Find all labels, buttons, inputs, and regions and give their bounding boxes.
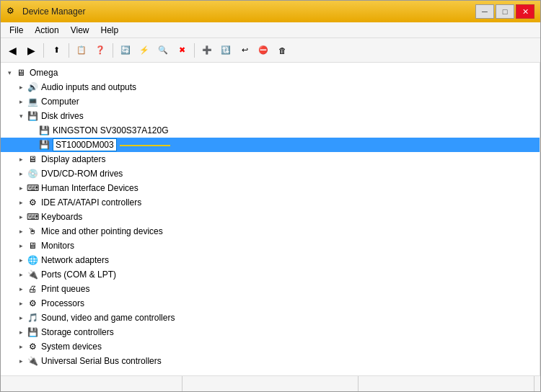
action-button[interactable]: ⚡	[136, 42, 153, 59]
device-label-dvd: DVD/CD-ROM drives	[41, 169, 123, 179]
tree-item-network[interactable]: ▸🌐Network adapters	[1, 253, 540, 267]
expand-icon-system[interactable]: ▸	[15, 341, 27, 352]
menu-action[interactable]: Action	[29, 24, 64, 37]
minimize-button[interactable]: ─	[475, 4, 494, 19]
tree-item-ide[interactable]: ▸⚙IDE ATA/ATAPI controllers	[1, 195, 540, 210]
tree-item-keyboards[interactable]: ▸⌨Keyboards	[1, 210, 540, 224]
menu-file[interactable]: File	[4, 24, 29, 37]
expand-icon-processors[interactable]: ▸	[15, 298, 27, 309]
expand-icon-kingston	[27, 125, 38, 136]
device-icon-computer: 💻	[27, 96, 38, 107]
tree-item-printqueues[interactable]: ▸🖨Print queues	[1, 282, 540, 296]
uninstall-button[interactable]: 🗑	[273, 42, 291, 59]
tree-item-usb[interactable]: ▸🔌Universal Serial Bus controllers	[1, 354, 540, 368]
device-label-network: Network adapters	[41, 255, 109, 265]
close-button[interactable]: ✕	[516, 4, 535, 19]
tree-item-omega[interactable]: ▾🖥Omega	[1, 66, 540, 80]
device-label-sound: Sound, video and game controllers	[41, 313, 175, 323]
rollback-button[interactable]: ↩	[236, 42, 253, 59]
device-label-system: System devices	[41, 342, 102, 352]
expand-icon-dvd[interactable]: ▸	[15, 168, 27, 179]
device-icon-ide: ⚙	[27, 197, 38, 208]
tree-item-system[interactable]: ▸⚙System devices	[1, 339, 540, 354]
device-manager-window: ⚙ Device Manager ─ □ ✕ File Action View …	[0, 0, 541, 392]
selected-item-box: ST1000DM003	[53, 138, 117, 151]
tree-item-monitors[interactable]: ▸🖥Monitors	[1, 239, 540, 253]
expand-icon-computer[interactable]: ▸	[15, 96, 27, 107]
status-segment-2	[182, 376, 359, 391]
menu-help[interactable]: Help	[95, 24, 125, 37]
update-button[interactable]: 🔃	[217, 42, 234, 59]
device-label-processors: Processors	[41, 298, 84, 308]
title-bar-buttons: ─ □ ✕	[475, 4, 535, 19]
status-segment-3	[359, 376, 535, 391]
expand-icon-ide[interactable]: ▸	[15, 197, 27, 208]
device-icon-display: 🖥	[27, 153, 38, 165]
device-label-printqueues: Print queues	[41, 284, 89, 294]
device-label-ide: IDE ATA/ATAPI controllers	[41, 197, 141, 208]
device-label-hid: Human Interface Devices	[41, 183, 138, 193]
expand-icon-network[interactable]: ▸	[15, 254, 27, 266]
expand-icon-mice[interactable]: ▸	[15, 226, 27, 237]
expand-icon-audio[interactable]: ▸	[15, 81, 27, 93]
device-icon-printqueues: 🖨	[27, 283, 38, 295]
device-label-keyboards: Keyboards	[41, 212, 82, 222]
device-icon-st1000: 💾	[38, 139, 50, 151]
device-icon-omega: 🖥	[15, 67, 27, 79]
tree-item-dvd[interactable]: ▸💿DVD/CD-ROM drives	[1, 166, 540, 181]
search-button[interactable]: 🔍	[154, 42, 172, 59]
add-button[interactable]: ➕	[198, 42, 216, 59]
back-button[interactable]: ◀	[4, 42, 21, 59]
device-label-monitors: Monitors	[41, 241, 74, 251]
tree-item-disk-drives[interactable]: ▾💾Disk drives	[1, 109, 540, 123]
disable-button[interactable]: ⛔	[255, 42, 272, 59]
tree-item-display[interactable]: ▸🖥Display adapters	[1, 152, 540, 166]
tree-item-processors[interactable]: ▸⚙Processors	[1, 296, 540, 311]
tree-item-ports[interactable]: ▸🔌Ports (COM & LPT)	[1, 267, 540, 282]
tree-item-mice[interactable]: ▸🖱Mice and other pointing devices	[1, 224, 540, 239]
device-label-st1000: ST1000DM003	[53, 138, 170, 151]
device-tree[interactable]: ▾🖥Omega▸🔊Audio inputs and outputs▸💻Compu…	[1, 63, 540, 375]
properties-button[interactable]: 📋	[73, 42, 90, 59]
device-icon-monitors: 🖥	[27, 240, 38, 251]
forward-button[interactable]: ▶	[22, 42, 40, 59]
tree-item-hid[interactable]: ▸⌨Human Interface Devices	[1, 181, 540, 195]
status-bar	[1, 375, 540, 391]
device-label-ports: Ports (COM & LPT)	[41, 270, 116, 280]
tree-item-audio[interactable]: ▸🔊Audio inputs and outputs	[1, 80, 540, 94]
tree-item-storage[interactable]: ▸💾Storage controllers	[1, 325, 540, 339]
menu-view[interactable]: View	[65, 24, 95, 37]
device-label-usb: Universal Serial Bus controllers	[41, 356, 162, 366]
device-icon-dvd: 💿	[27, 168, 38, 179]
expand-icon-monitors[interactable]: ▸	[15, 240, 27, 251]
expand-icon-sound[interactable]: ▸	[15, 312, 27, 324]
device-icon-network: 🌐	[27, 254, 38, 266]
remove-button[interactable]: ✖	[173, 42, 190, 59]
device-icon-sound: 🎵	[27, 312, 38, 324]
tree-item-sound[interactable]: ▸🎵Sound, video and game controllers	[1, 311, 540, 325]
content-area: ▾🖥Omega▸🔊Audio inputs and outputs▸💻Compu…	[1, 63, 540, 375]
toolbar-sep-1	[43, 43, 44, 58]
help-button[interactable]: ❓	[92, 42, 109, 59]
expand-icon-hid[interactable]: ▸	[15, 182, 27, 194]
device-icon-usb: 🔌	[27, 355, 38, 367]
up-button[interactable]: ⬆	[48, 42, 65, 59]
tree-item-st1000[interactable]: 💾ST1000DM003	[1, 138, 540, 152]
tree-item-kingston[interactable]: 💾KINGSTON SV300S37A120G	[1, 123, 540, 138]
expand-icon-omega[interactable]: ▾	[4, 67, 15, 79]
expand-icon-ports[interactable]: ▸	[15, 269, 27, 280]
expand-icon-storage[interactable]: ▸	[15, 326, 27, 338]
restore-button[interactable]: □	[496, 4, 514, 19]
expand-icon-usb[interactable]: ▸	[15, 355, 27, 367]
expand-icon-keyboards[interactable]: ▸	[15, 211, 27, 223]
tree-item-computer[interactable]: ▸💻Computer	[1, 94, 540, 109]
expand-icon-printqueues[interactable]: ▸	[15, 283, 27, 295]
toolbar-sep-4	[194, 43, 195, 58]
device-icon-audio: 🔊	[27, 81, 38, 93]
device-label-mice: Mice and other pointing devices	[41, 226, 163, 236]
device-icon-ports: 🔌	[27, 269, 38, 280]
expand-icon-display[interactable]: ▸	[15, 153, 27, 165]
device-icon-kingston: 💾	[38, 125, 50, 136]
scan-button[interactable]: 🔄	[117, 42, 134, 59]
expand-icon-disk-drives[interactable]: ▾	[15, 110, 27, 122]
